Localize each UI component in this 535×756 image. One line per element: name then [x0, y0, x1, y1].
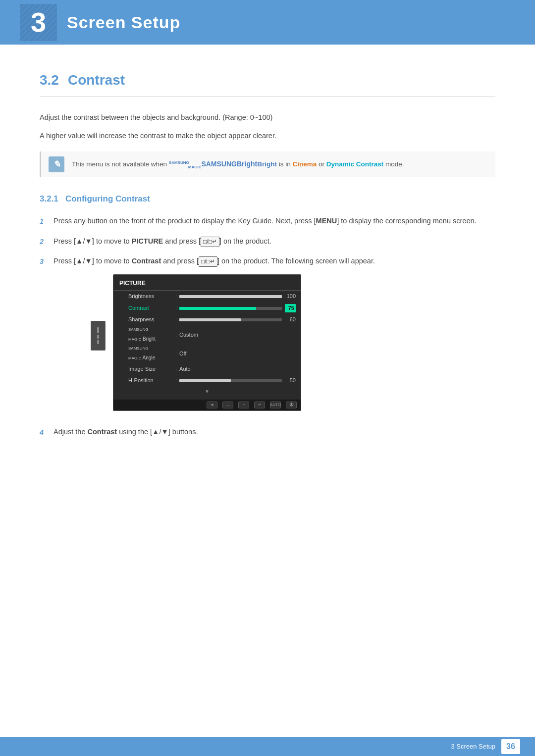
step-1-text: Press any button on the front of the pro…	[54, 215, 495, 227]
osd-sharpness-bar: 60	[179, 315, 296, 324]
osd-sharpness-label: Sharpness	[128, 315, 173, 324]
mon-bar-1	[97, 327, 99, 333]
osd-item-brightness: Brightness : 100	[113, 291, 301, 302]
main-content: 3.2 Contrast Adjust the contrast between…	[0, 45, 535, 486]
section-number: 3.2	[40, 69, 59, 92]
note-text-middle: is in	[277, 160, 293, 168]
section-title: Contrast	[68, 69, 125, 92]
steps-list: 1 Press any button on the front of the p…	[40, 215, 495, 438]
step-3-text: Press [▲/▼] to move to Contrast and pres…	[54, 255, 495, 418]
osd-screen: PICTURE Brightness : 100	[113, 274, 301, 411]
osd-item-contrast: Contrast : 75	[113, 302, 301, 314]
step-2-text: Press [▲/▼] to move to PICTURE and press…	[54, 236, 495, 247]
osd-item-magic-bright: SAMSUNGMAGIC Bright : Custom	[113, 326, 301, 345]
osd-item-image-size: Image Size : Auto	[113, 363, 301, 375]
osd-btn-4: ↵	[254, 402, 265, 408]
mon-bar-3	[97, 340, 99, 344]
osd-magic-bright-label: SAMSUNGMAGIC Bright	[128, 327, 173, 343]
note-text-before: This menu is not available when	[72, 160, 169, 168]
note-magic-bright-word: Bright	[257, 160, 277, 168]
note-dynamic-contrast: Dynamic Contrast	[326, 160, 384, 168]
osd-btn-power: ⏻	[286, 402, 297, 408]
step-1-number: 1	[40, 215, 54, 227]
osd-item-sharpness: Sharpness : 60	[113, 314, 301, 326]
footer-page-number: 36	[501, 739, 520, 754]
osd-item-hposition: H-Position : 50	[113, 375, 301, 387]
subsection-number: 3.2.1	[40, 194, 58, 203]
osd-hposition-value: 50	[285, 376, 296, 385]
subsection-title: Configuring Contrast	[65, 194, 150, 203]
osd-bottom-bar: ◄ — + ↵ AUTO ⏻	[113, 400, 301, 410]
osd-contrast-bar: 75	[179, 304, 296, 313]
osd-wrapper: PICTURE Brightness : 100	[113, 274, 301, 411]
osd-brightness-value: 100	[285, 292, 296, 301]
chapter-number: 3	[31, 8, 46, 36]
note-cinema: Cinema	[292, 160, 317, 168]
osd-btn-2: —	[222, 402, 233, 408]
osd-contrast-value: 75	[285, 304, 296, 313]
osd-brightness-label: Brightness	[128, 292, 173, 301]
osd-hposition-bar: 50	[179, 376, 296, 385]
osd-magic-angle-value: Off	[179, 350, 186, 358]
osd-scroll-indicator: ▼	[113, 387, 301, 397]
monitor-sidebar-icon	[91, 321, 106, 351]
osd-item-magic-angle: SAMSUNGMAGIC Angle : Off	[113, 345, 301, 363]
step-3: 3 Press [▲/▼] to move to Contrast and pr…	[40, 255, 495, 418]
step-3-btn: □/□↵	[199, 256, 217, 267]
step-3-number: 3	[40, 255, 54, 267]
chapter-number-box: 3	[20, 4, 57, 41]
section-heading: 3.2 Contrast	[40, 69, 495, 97]
osd-brightness-fill	[179, 295, 282, 298]
note-icon: ✎	[49, 156, 64, 172]
step-2-number: 2	[40, 236, 54, 248]
osd-contrast-label: Contrast	[128, 304, 173, 313]
osd-hposition-fill	[179, 379, 230, 382]
osd-magic-bright-value: Custom	[179, 331, 198, 340]
osd-image-size-value: Auto	[179, 365, 191, 374]
step-2: 2 Press [▲/▼] to move to PICTURE and pre…	[40, 236, 495, 248]
osd-image-size-label: Image Size	[128, 365, 173, 374]
step-2-btn: □/□↵	[201, 237, 219, 247]
osd-contrast-fill	[179, 307, 256, 310]
note-text-after: mode.	[383, 160, 404, 168]
osd-btn-auto: AUTO	[270, 402, 281, 408]
step-4-number: 4	[40, 426, 54, 438]
note-magic-bright: SAMSUNGMAGICSAMSUNGBright	[169, 160, 257, 168]
osd-container: PICTURE Brightness : 100	[113, 274, 301, 411]
chapter-header: 3 Screen Setup	[0, 0, 535, 45]
osd-sharpness-fill	[179, 318, 241, 321]
note-box: ✎ This menu is not available when SAMSUN…	[40, 151, 495, 177]
note-text-or: or	[317, 160, 326, 168]
chapter-title: Screen Setup	[67, 9, 180, 36]
step-1-key-menu: MENU	[316, 217, 337, 225]
step-4: 4 Adjust the Contrast using the [▲/▼] bu…	[40, 426, 495, 438]
step-2-picture: PICTURE	[132, 237, 163, 245]
osd-brightness-bar: 100	[179, 292, 296, 301]
note-icon-symbol: ✎	[53, 157, 60, 172]
osd-hposition-label: H-Position	[128, 376, 173, 385]
osd-sharpness-value: 60	[285, 315, 296, 324]
step-1: 1 Press any button on the front of the p…	[40, 215, 495, 227]
osd-btn-3: +	[238, 402, 249, 408]
step-3-contrast: Contrast	[132, 257, 161, 265]
footer-section-text: 3 Screen Setup	[451, 742, 495, 752]
subsection-heading: 3.2.1 Configuring Contrast	[40, 192, 495, 205]
note-text: This menu is not available when SAMSUNGM…	[72, 156, 404, 170]
osd-magic-angle-label: SAMSUNGMAGIC Angle	[128, 346, 173, 362]
page-footer: 3 Screen Setup 36	[0, 737, 535, 756]
paragraph-1: Adjust the contrast between the objects …	[40, 112, 495, 123]
step-4-contrast: Contrast	[88, 428, 117, 436]
step-4-text: Adjust the Contrast using the [▲/▼] butt…	[54, 426, 495, 438]
paragraph-2: A higher value will increase the contras…	[40, 130, 495, 142]
osd-title: PICTURE	[113, 279, 301, 291]
mon-bar-2	[97, 335, 99, 339]
osd-btn-1: ◄	[207, 402, 217, 408]
